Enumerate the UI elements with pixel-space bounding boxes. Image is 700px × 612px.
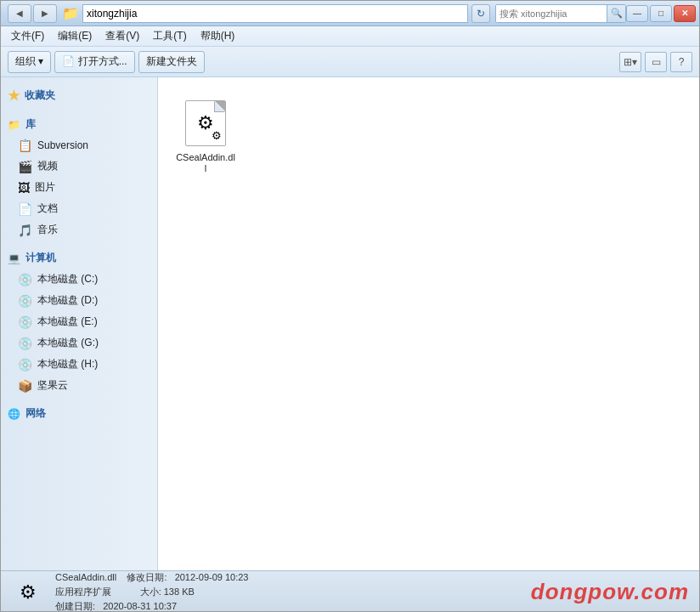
view-pane-button[interactable]: ▭ [645,52,667,72]
video-icon: 🎬 [18,160,32,173]
sidebar-item-music-label: 音乐 [37,223,58,237]
sidebar-item-documents-label: 文档 [37,201,58,216]
sidebar-item-drive-h-label: 本地磁盘 (H:) [37,357,98,371]
file-icon-csealaddin: ⚙ ⚙ [180,98,231,149]
address-bar: 📁 ↻ [62,4,490,23]
drive-c-icon: 💿 [18,273,32,286]
search-input[interactable] [496,5,607,22]
drive-g-icon: 💿 [18,337,32,350]
view-icon-button[interactable]: ⊞▾ [619,52,641,72]
refresh-button[interactable]: ↻ [471,4,490,23]
address-input[interactable] [82,4,468,23]
sidebar-favorites-section: ★ 收藏夹 [1,84,157,107]
subversion-icon: 📋 [18,139,32,152]
sidebar-item-pictures[interactable]: 🖼 图片 [1,177,157,198]
sidebar-item-drive-c[interactable]: 💿 本地磁盘 (C:) [1,269,157,290]
file-label-csealaddin: CSealAddin.dll [175,152,236,174]
status-created-date: 2020-08-31 10:37 [103,601,177,611]
sidebar-computer-label: 计算机 [25,251,56,265]
sidebar-item-jianguoyun[interactable]: 📦 坚果云 [1,375,157,396]
toolbar: 组织 ▾ 📄 打开方式... 新建文件夹 ⊞▾ ▭ ? [1,47,699,77]
jianguoyun-icon: 📦 [18,379,32,393]
status-size: 大小: 138 KB [140,586,195,597]
sidebar-computer-title[interactable]: 💻 计算机 [1,247,157,269]
sidebar-item-subversion-label: Subversion [37,139,88,151]
title-bar-left: ◀ ▶ 📁 ↻ 🔍 [8,4,626,23]
sidebar-item-video[interactable]: 🎬 视频 [1,156,157,177]
sidebar-network-label: 网络 [25,406,46,421]
status-line-1: CSealAddin.dll 修改日期: 2012-09-09 10:23 [55,571,248,584]
status-info: CSealAddin.dll 修改日期: 2012-09-09 10:23 应用… [55,571,248,612]
folder-icon: 📁 [62,5,79,21]
sidebar-item-subversion[interactable]: 📋 Subversion [1,135,157,156]
sidebar-item-drive-c-label: 本地磁盘 (C:) [37,272,98,286]
back-button[interactable]: ◀ [8,4,31,23]
sidebar-network-section: 🌐 网络 [1,403,157,424]
maximize-button[interactable]: □ [650,5,672,22]
status-filename: CSealAddin.dll [55,572,116,582]
file-item-csealaddin[interactable]: ⚙ ⚙ CSealAddin.dll [172,91,240,181]
status-gear-icon: ⚙ [20,581,37,604]
search-bar: 🔍 [495,4,626,23]
status-modified-date: 2012-09-09 10:23 [175,572,249,582]
title-bar-controls: — □ ✕ [626,5,696,22]
sidebar-item-drive-e[interactable]: 💿 本地磁盘 (E:) [1,311,157,332]
title-bar: ◀ ▶ 📁 ↻ 🔍 — □ ✕ [1,1,699,26]
status-type: 应用程序扩展 [55,586,111,597]
sidebar-item-music[interactable]: 🎵 音乐 [1,219,157,241]
sidebar-library-title[interactable]: 📁 库 [1,114,157,135]
sidebar: ★ 收藏夹 📁 库 📋 Subversion 🎬 视频 🖼 图片 [1,77,158,570]
close-button[interactable]: ✕ [674,5,696,22]
sidebar-item-drive-d[interactable]: 💿 本地磁盘 (D:) [1,290,157,311]
sidebar-item-drive-e-label: 本地磁盘 (E:) [37,314,98,329]
menu-edit[interactable]: 编辑(E) [51,26,99,46]
content-area[interactable]: ⚙ ⚙ CSealAddin.dll [158,77,699,570]
sidebar-library-section: 📁 库 📋 Subversion 🎬 视频 🖼 图片 📄 文档 🎵 音乐 [1,114,157,241]
status-created-label: 创建日期: [55,601,95,611]
status-line-2: 应用程序扩展 大小: 138 KB [55,586,248,598]
music-icon: 🎵 [18,224,32,237]
new-folder-button[interactable]: 新建文件夹 [138,51,205,73]
sidebar-item-jianguoyun-label: 坚果云 [37,378,68,393]
status-line-3: 创建日期: 2020-08-31 10:37 [55,600,248,612]
network-icon: 🌐 [8,408,20,420]
pictures-icon: 🖼 [18,181,30,195]
main-layout: ★ 收藏夹 📁 库 📋 Subversion 🎬 视频 🖼 图片 [1,77,699,570]
library-icon: 📁 [8,119,20,131]
status-modified-label: 修改日期: [127,572,167,582]
sidebar-favorites-label: 收藏夹 [25,88,55,103]
sidebar-library-label: 库 [25,117,36,132]
gear-small-icon: ⚙ [212,129,222,142]
sidebar-computer-section: 💻 计算机 💿 本地磁盘 (C:) 💿 本地磁盘 (D:) 💿 本地磁盘 (E:… [1,247,157,396]
sidebar-item-drive-g[interactable]: 💿 本地磁盘 (G:) [1,332,157,354]
minimize-button[interactable]: — [626,5,648,22]
watermark: dongpow.com [531,579,689,605]
help-button[interactable]: ? [670,52,692,72]
sidebar-item-drive-d-label: 本地磁盘 (D:) [37,293,98,308]
title-bar-nav: ◀ ▶ [8,4,57,23]
menu-tools[interactable]: 工具(T) [146,26,193,46]
menu-help[interactable]: 帮助(H) [194,26,242,46]
drive-e-icon: 💿 [18,315,32,329]
forward-button[interactable]: ▶ [33,4,57,23]
sidebar-network-title[interactable]: 🌐 网络 [1,403,157,424]
open-button[interactable]: 📄 打开方式... [54,51,134,73]
dll-page: ⚙ ⚙ [185,100,226,146]
organize-button[interactable]: 组织 ▾ [8,51,51,73]
sidebar-favorites-title[interactable]: ★ 收藏夹 [1,84,157,107]
star-icon: ★ [8,88,20,104]
menu-bar: 文件(F) 编辑(E) 查看(V) 工具(T) 帮助(H) [1,26,699,47]
status-bar: ⚙ CSealAddin.dll 修改日期: 2012-09-09 10:23 … [1,570,699,612]
sidebar-item-documents[interactable]: 📄 文档 [1,198,157,219]
sidebar-item-drive-h[interactable]: 💿 本地磁盘 (H:) [1,354,157,375]
drive-d-icon: 💿 [18,294,32,308]
sidebar-item-pictures-label: 图片 [35,180,55,195]
menu-file[interactable]: 文件(F) [4,26,51,46]
sidebar-item-drive-g-label: 本地磁盘 (G:) [37,336,99,350]
sidebar-item-video-label: 视频 [37,159,58,173]
drive-h-icon: 💿 [18,358,32,371]
documents-icon: 📄 [18,202,32,216]
toolbar-right: ⊞▾ ▭ ? [619,52,692,72]
menu-view[interactable]: 查看(V) [99,26,146,46]
search-button[interactable]: 🔍 [607,5,625,22]
